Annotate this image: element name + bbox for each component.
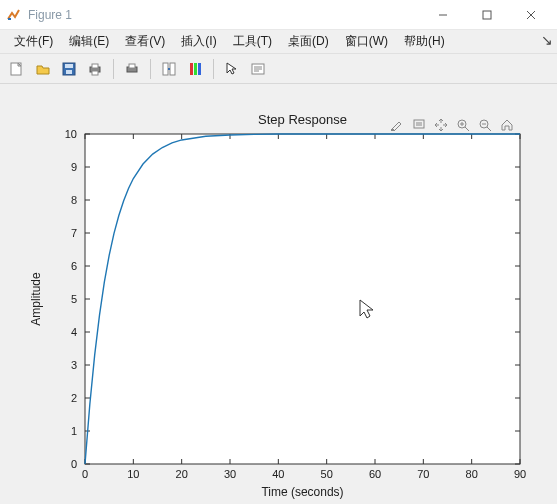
toolbar-separator [113,59,114,79]
matlab-icon [6,7,22,23]
axes-toolbar [388,116,516,134]
chart-title: Step Response [258,112,347,127]
ytick-label: 0 [71,458,77,470]
svg-rect-65 [391,129,394,131]
new-figure-icon[interactable] [6,58,28,80]
toolbar-separator [213,59,214,79]
ytick-label: 7 [71,227,77,239]
menu-file[interactable]: 文件(F) [6,31,61,52]
xtick-label: 30 [224,468,236,480]
axes[interactable]: 0102030405060708090012345678910Step Resp… [0,84,557,504]
ytick-label: 4 [71,326,77,338]
svg-line-74 [487,127,491,131]
data-tips-icon[interactable] [410,116,428,134]
xtick-label: 60 [369,468,381,480]
svg-rect-10 [92,71,98,75]
svg-rect-12 [129,64,135,68]
svg-rect-1 [483,11,491,19]
xtick-label: 10 [127,468,139,480]
print-icon[interactable] [84,58,106,80]
menu-insert[interactable]: 插入(I) [173,31,224,52]
titlebar: Figure 1 [0,0,557,30]
menu-window[interactable]: 窗口(W) [337,31,396,52]
menu-view[interactable]: 查看(V) [117,31,173,52]
svg-rect-6 [65,64,73,68]
minimize-button[interactable] [421,1,465,29]
plot-area[interactable]: 0102030405060708090012345678910Step Resp… [0,84,557,504]
ytick-label: 2 [71,392,77,404]
xtick-label: 80 [466,468,478,480]
svg-rect-13 [163,63,168,75]
menu-overflow-icon[interactable]: ↘ [541,32,553,48]
insert-text-icon[interactable] [247,58,269,80]
open-icon[interactable] [32,58,54,80]
xtick-label: 90 [514,468,526,480]
ytick-label: 5 [71,293,77,305]
toolbar-separator [150,59,151,79]
svg-rect-14 [170,63,175,75]
xtick-label: 70 [417,468,429,480]
svg-rect-18 [198,63,201,75]
svg-rect-66 [414,120,424,128]
print-preview-icon[interactable] [121,58,143,80]
svg-rect-7 [66,70,72,74]
ytick-label: 1 [71,425,77,437]
close-button[interactable] [509,1,553,29]
xtick-label: 40 [272,468,284,480]
zoom-in-icon[interactable] [454,116,472,134]
xtick-label: 0 [82,468,88,480]
svg-line-70 [465,127,469,131]
svg-rect-17 [194,63,197,75]
svg-rect-9 [92,64,98,68]
ytick-label: 3 [71,359,77,371]
menu-tools[interactable]: 工具(T) [225,31,280,52]
pan-icon[interactable] [432,116,450,134]
figure-toolbar [0,54,557,84]
ytick-label: 9 [71,161,77,173]
color-legend-icon[interactable] [184,58,206,80]
svg-rect-16 [190,63,193,75]
menubar: 文件(F) 编辑(E) 查看(V) 插入(I) 工具(T) 桌面(D) 窗口(W… [0,30,557,54]
window-title: Figure 1 [28,8,72,22]
menu-help[interactable]: 帮助(H) [396,31,453,52]
ytick-label: 6 [71,260,77,272]
ytick-label: 8 [71,194,77,206]
menu-desktop[interactable]: 桌面(D) [280,31,337,52]
x-axis-label: Time (seconds) [261,485,343,499]
y-axis-label: Amplitude [29,272,43,326]
edit-plot-cursor-icon[interactable] [221,58,243,80]
restore-view-icon[interactable] [498,116,516,134]
menu-edit[interactable]: 编辑(E) [61,31,117,52]
zoom-out-icon[interactable] [476,116,494,134]
link-axes-icon[interactable] [158,58,180,80]
xtick-label: 50 [321,468,333,480]
brush-icon[interactable] [388,116,406,134]
figure-window: Figure 1 文件(F) 编辑(E) 查看(V) 插入(I) 工具(T) 桌… [0,0,557,504]
ytick-label: 10 [65,128,77,140]
maximize-button[interactable] [465,1,509,29]
save-icon[interactable] [58,58,80,80]
axes-box [85,134,520,464]
xtick-label: 20 [176,468,188,480]
